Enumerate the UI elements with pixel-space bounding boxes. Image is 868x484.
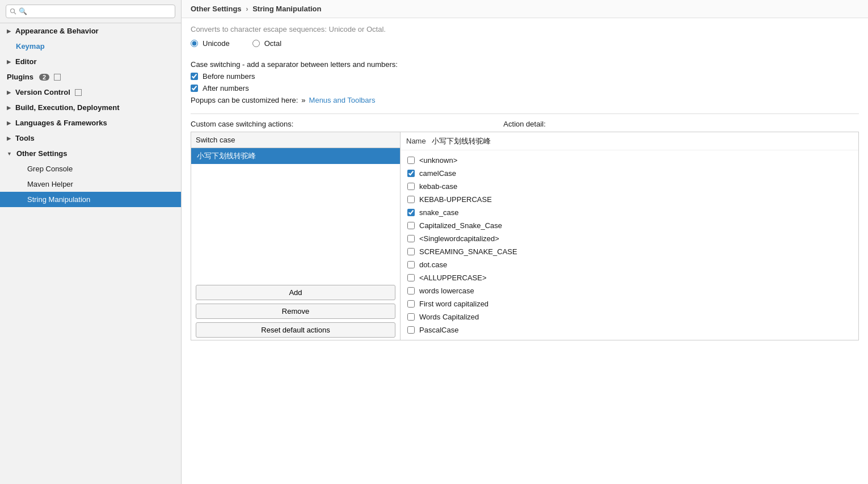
- switch-case-header: Switch case: [191, 132, 400, 148]
- checkbox-snake_case[interactable]: [407, 209, 415, 216]
- encoding-radio-group: Unicode Octal: [191, 39, 859, 52]
- plugins-badge: 2: [39, 74, 49, 81]
- check-item-singleword[interactable]: <Singlewordcapitalized>: [406, 232, 853, 245]
- check-item-alluppercase[interactable]: <ALLUPPERCASE>: [406, 271, 853, 284]
- left-panel: Switch case 小写下划线转驼峰 Add Remove Reset de…: [191, 132, 401, 340]
- checkbox-words-capitalized[interactable]: [407, 313, 415, 321]
- check-item-kebab-case[interactable]: kebab-case: [406, 180, 853, 193]
- check-item-pascal-case[interactable]: PascalCase: [406, 323, 853, 336]
- name-label: Name: [406, 137, 426, 145]
- sidebar-item-editor[interactable]: ▶ Editor: [0, 54, 181, 69]
- sidebar-item-keymap[interactable]: Keymap: [0, 39, 181, 54]
- check-label-kebab-case: kebab-case: [419, 182, 457, 191]
- sidebar-item-tools[interactable]: ▶ Tools: [0, 131, 181, 146]
- after-numbers-checkbox[interactable]: [191, 85, 198, 92]
- octal-radio[interactable]: [252, 40, 260, 47]
- chevron-right-icon: ▶: [7, 120, 11, 126]
- check-label-first-word-cap: First word capitalized: [419, 300, 488, 308]
- sidebar-item-maven-helper[interactable]: Maven Helper: [0, 176, 181, 192]
- name-row: Name: [401, 132, 858, 150]
- action-buttons: Add Remove Reset default actions: [191, 280, 400, 340]
- sidebar-item-appearance[interactable]: ▶ Appearance & Behavior: [0, 23, 181, 39]
- checkbox-capitalized-snake[interactable]: [407, 222, 415, 229]
- search-bar: [0, 0, 181, 23]
- arrows-icon: »: [301, 96, 305, 104]
- add-button[interactable]: Add: [196, 285, 395, 300]
- reset-button[interactable]: Reset default actions: [196, 322, 395, 338]
- chevron-right-icon: ▶: [7, 59, 11, 65]
- checkbox-dot-case[interactable]: [407, 261, 415, 268]
- check-label-capitalized-snake: Capitalized_Snake_Case: [419, 221, 502, 230]
- chevron-right-icon: ▶: [7, 136, 11, 141]
- unicode-option[interactable]: Unicode: [191, 39, 230, 48]
- check-item-unknown[interactable]: <unknown>: [406, 154, 853, 167]
- switch-case-item[interactable]: 小写下划线转驼峰: [191, 148, 400, 164]
- checkbox-screaming-snake[interactable]: [407, 248, 415, 255]
- checkbox-unknown[interactable]: [407, 157, 415, 164]
- name-input[interactable]: [432, 137, 853, 145]
- checkbox-camelCase[interactable]: [407, 170, 415, 177]
- divider: [191, 113, 859, 114]
- check-item-first-word-cap[interactable]: First word capitalized: [406, 297, 853, 310]
- sidebar: ▶ Appearance & Behavior Keymap ▶ Editor …: [0, 0, 182, 484]
- main-panel: Other Settings › String Manipulation Con…: [182, 0, 868, 484]
- check-label-screaming-snake: SCREAMING_SNAKE_CASE: [419, 247, 517, 256]
- check-item-words-capitalized[interactable]: Words Capitalized: [406, 310, 853, 323]
- check-label-alluppercase: <ALLUPPERCASE>: [419, 273, 487, 282]
- checkbox-pascal-case[interactable]: [407, 326, 415, 334]
- check-item-screaming-snake[interactable]: SCREAMING_SNAKE_CASE: [406, 245, 853, 258]
- breadcrumb: Other Settings › String Manipulation: [182, 0, 868, 18]
- chevron-down-icon: ▼: [7, 151, 12, 157]
- check-item-kebab-uppercase[interactable]: KEBAB-UPPERCASE: [406, 193, 853, 206]
- before-numbers-checkbox[interactable]: [191, 73, 198, 80]
- action-detail-label: Action detail:: [503, 120, 859, 128]
- custom-case-label: Custom case switching actions:: [191, 120, 293, 128]
- remove-button[interactable]: Remove: [196, 304, 395, 319]
- check-label-words-capitalized: Words Capitalized: [419, 313, 479, 321]
- plugins-icon: [54, 74, 61, 81]
- checklist-area: <unknown>camelCasekebab-caseKEBAB-UPPERC…: [401, 150, 858, 340]
- check-item-capitalized-snake[interactable]: Capitalized_Snake_Case: [406, 219, 853, 232]
- chevron-right-icon: ▶: [7, 28, 11, 34]
- sidebar-item-other-settings[interactable]: ▼ Other Settings: [0, 146, 181, 161]
- check-label-dot-case: dot.case: [419, 260, 447, 269]
- menus-and-toolbars-link[interactable]: Menus and Toolbars: [309, 96, 376, 104]
- check-label-unknown: <unknown>: [419, 156, 457, 165]
- checkbox-kebab-case[interactable]: [407, 183, 415, 190]
- check-item-camelCase[interactable]: camelCase: [406, 167, 853, 180]
- sidebar-item-build[interactable]: ▶ Build, Execution, Deployment: [0, 100, 181, 115]
- vc-icon: [75, 89, 82, 96]
- checkbox-alluppercase[interactable]: [407, 274, 415, 281]
- check-label-pascal-case: PascalCase: [419, 326, 458, 334]
- content-area: Converts to character escape sequences: …: [182, 18, 868, 484]
- octal-option[interactable]: Octal: [252, 39, 281, 48]
- check-label-singleword: <Singlewordcapitalized>: [419, 234, 499, 243]
- popups-row: Popups can be customized here: » Menus a…: [191, 96, 859, 104]
- sidebar-item-plugins[interactable]: Plugins 2: [0, 69, 181, 85]
- check-label-snake_case: snake_case: [419, 208, 458, 217]
- check-label-camelCase: camelCase: [419, 169, 456, 178]
- checkbox-words-lowercase[interactable]: [407, 287, 415, 294]
- chevron-right-icon: ▶: [7, 90, 11, 95]
- checkbox-first-word-cap[interactable]: [407, 300, 415, 308]
- before-numbers-row: Before numbers: [191, 72, 859, 81]
- breadcrumb-separator: ›: [246, 5, 248, 13]
- two-panel-layout: Switch case 小写下划线转驼峰 Add Remove Reset de…: [191, 132, 859, 340]
- after-numbers-row: After numbers: [191, 84, 859, 92]
- sidebar-item-string-manipulation[interactable]: String Manipulation: [0, 192, 181, 207]
- check-item-snake_case[interactable]: snake_case: [406, 206, 853, 219]
- check-item-words-lowercase[interactable]: words lowercase: [406, 284, 853, 297]
- checkbox-singleword[interactable]: [407, 235, 415, 242]
- check-label-words-lowercase: words lowercase: [419, 287, 474, 295]
- checkbox-kebab-uppercase[interactable]: [407, 196, 415, 203]
- chevron-right-icon: ▶: [7, 105, 11, 111]
- right-panel: Name <unknown>camelCasekebab-caseKEBAB-U…: [401, 132, 859, 340]
- sidebar-item-languages[interactable]: ▶ Languages & Frameworks: [0, 115, 181, 131]
- custom-case-section: Custom case switching actions: Action de…: [191, 120, 859, 128]
- case-switching-label: Case switching - add a separator between…: [191, 60, 859, 69]
- search-input[interactable]: [6, 5, 175, 18]
- sidebar-item-grep-console[interactable]: Grep Console: [0, 161, 181, 176]
- unicode-radio[interactable]: [191, 40, 198, 47]
- sidebar-item-version-control[interactable]: ▶ Version Control: [0, 85, 181, 100]
- check-item-dot-case[interactable]: dot.case: [406, 258, 853, 271]
